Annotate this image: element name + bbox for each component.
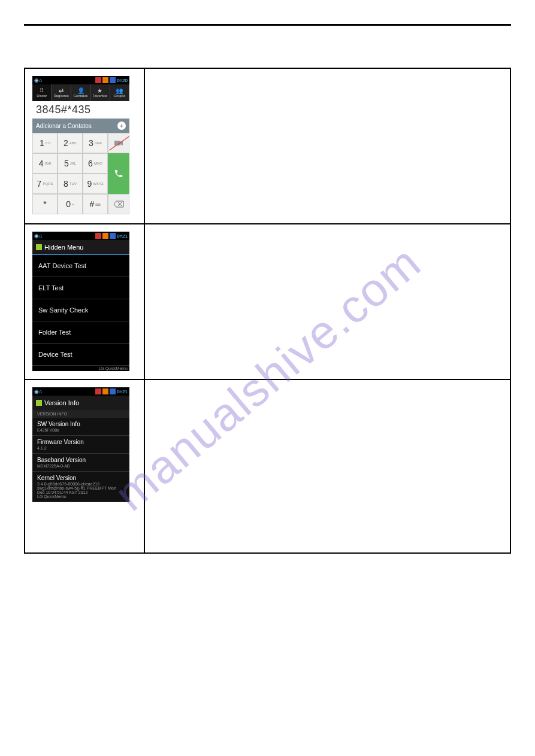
app-icon <box>36 400 42 406</box>
menu-item-sanity[interactable]: Sw Sanity Check <box>32 299 129 321</box>
status-bar: ◉⌂ 0h21 <box>32 232 129 240</box>
strike-line <box>109 136 129 151</box>
instruction-table: ◉⌂ 0h20 ⠿Discar ⇄Registros 👤Contatos ★Fa… <box>24 68 511 554</box>
quickmemo-label: LG QuickMemo <box>32 366 129 371</box>
kernel-version-item[interactable]: Kernel Version 3.4.0-g56dd675-00006-gbea… <box>32 472 129 502</box>
clock: 0h21 <box>117 389 128 394</box>
menu-item-aat[interactable]: AAT Device Test <box>32 255 129 277</box>
key-5[interactable]: 5JKL <box>58 153 83 174</box>
key-6[interactable]: 6MNO <box>83 153 108 174</box>
menu-item-elt[interactable]: ELT Test <box>32 277 129 299</box>
battery-icon <box>110 77 116 83</box>
horizontal-rule <box>24 24 511 26</box>
add-to-contacts[interactable]: Adicionar a Contatos + <box>32 119 129 133</box>
plus-icon: + <box>117 122 126 130</box>
keypad-icon: ⠿ <box>40 88 44 94</box>
battery-icon <box>110 388 116 394</box>
menu-item-folder[interactable]: Folder Test <box>32 321 129 344</box>
hidden-menu-screenshot: ◉⌂ 0h21 Hidden Menu AAT Device Tes <box>32 232 129 371</box>
description-cell <box>144 68 510 224</box>
app-icon <box>36 244 42 250</box>
key-star[interactable]: * <box>32 194 58 214</box>
backspace-button[interactable] <box>108 194 129 214</box>
status-icon <box>95 77 101 83</box>
key-4[interactable]: 4GHI <box>32 153 58 174</box>
group-icon: 👥 <box>116 88 123 94</box>
key-7[interactable]: 7PQRS <box>32 174 58 194</box>
wifi-icon: ◉⌂ <box>34 233 42 239</box>
call-button[interactable] <box>108 153 129 194</box>
status-bar: ◉⌂ 0h21 <box>32 387 129 396</box>
description-cell <box>144 379 510 553</box>
wifi-icon: ◉⌂ <box>34 388 42 394</box>
contact-icon: 👤 <box>77 88 84 94</box>
key-0[interactable]: 0+ <box>58 194 83 214</box>
svg-marker-2 <box>114 201 123 207</box>
key-8[interactable]: 8TUV <box>58 174 83 194</box>
version-info-screenshot: ◉⌂ 0h21 Version Info VERSION INFO <box>32 387 129 502</box>
backspace-icon <box>113 201 124 208</box>
status-bar: ◉⌂ 0h20 <box>32 76 129 84</box>
clock: 0h20 <box>117 78 128 83</box>
status-icon <box>95 388 101 394</box>
video-call-button[interactable] <box>108 133 129 153</box>
menu-item-device[interactable]: Device Test <box>32 344 129 366</box>
dialed-number: 3845#*435 <box>32 101 129 119</box>
dialer-screenshot: ◉⌂ 0h20 ⠿Discar ⇄Registros 👤Contatos ★Fa… <box>32 76 129 214</box>
firmware-version-item[interactable]: Firmware Version 4.1.2 <box>32 436 129 454</box>
tab-logs[interactable]: ⇄Registros <box>52 84 71 101</box>
table-row: ◉⌂ 0h20 ⠿Discar ⇄Registros 👤Contatos ★Fa… <box>25 68 510 224</box>
star-icon: ★ <box>97 88 102 94</box>
table-row: ◉⌂ 0h21 Hidden Menu AAT Device Tes <box>25 224 510 379</box>
battery-icon <box>110 233 116 239</box>
status-icon <box>102 388 108 394</box>
status-icon <box>102 77 108 83</box>
table-row: ◉⌂ 0h21 Version Info VERSION INFO <box>25 379 510 553</box>
tab-contacts[interactable]: 👤Contatos <box>71 84 90 101</box>
status-icon <box>95 233 101 239</box>
phone-icon <box>114 169 123 178</box>
logs-icon: ⇄ <box>59 88 64 94</box>
tab-dial[interactable]: ⠿Discar <box>32 84 52 101</box>
dialer-tabs: ⠿Discar ⇄Registros 👤Contatos ★Favoritos … <box>32 84 129 101</box>
version-section-label: VERSION INFO <box>32 410 129 418</box>
key-1[interactable]: 10.0 <box>32 133 58 153</box>
key-9[interactable]: 9WXYZ <box>83 174 108 194</box>
status-icon <box>102 233 108 239</box>
tab-groups[interactable]: 👥Grupos <box>110 84 129 101</box>
version-header: Version Info <box>32 396 129 410</box>
menu-header: Hidden Menu <box>32 240 129 255</box>
clock: 0h21 <box>117 233 128 239</box>
menu-list: AAT Device Test ELT Test Sw Sanity Check… <box>32 255 129 366</box>
wifi-icon: ◉⌂ <box>34 77 42 83</box>
baseband-version-item[interactable]: Baseband Version MSM7225A-0-AB <box>32 454 129 472</box>
sw-version-item[interactable]: SW Version Info E435FV08e <box>32 418 129 436</box>
key-2[interactable]: 2ABC <box>58 133 83 153</box>
key-3[interactable]: 3DEF <box>83 133 108 153</box>
tab-favorites[interactable]: ★Favoritos <box>90 84 110 101</box>
description-cell <box>144 224 510 379</box>
key-hash[interactable]: #⌨ <box>83 194 108 214</box>
